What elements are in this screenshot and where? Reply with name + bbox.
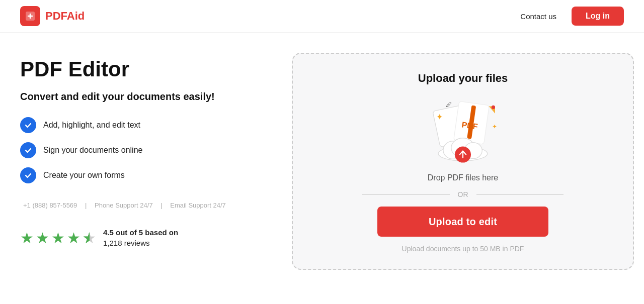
- main-content: PDF Editor Convert and edit your documen…: [0, 33, 644, 270]
- left-panel: PDF Editor Convert and edit your documen…: [20, 53, 262, 248]
- check-icon-3: [20, 167, 36, 183]
- svg-point-10: [492, 106, 495, 109]
- feature-text-3: Create your own forms: [43, 171, 125, 180]
- phone-support-label: Phone Support 24/7: [95, 201, 153, 209]
- hero-subtitle: Convert and edit your documents easily!: [20, 90, 262, 103]
- header-right: Contact us Log in: [520, 7, 624, 26]
- review-count: 1,218 reviews: [103, 239, 150, 247]
- svg-text:✦: ✦: [492, 124, 497, 130]
- support-info: +1 (888) 857-5569 | Phone Support 24/7 |…: [20, 201, 262, 209]
- logo-icon: [20, 6, 40, 26]
- star-1: ★: [20, 229, 34, 247]
- star-4: ★: [67, 229, 80, 247]
- upload-limit-text: Upload documents up to 50 MB in PDF: [402, 245, 524, 253]
- star-5-half: ★ ★: [83, 229, 96, 247]
- check-icon-1: [20, 117, 36, 133]
- or-line-right: [476, 194, 564, 195]
- svg-text:🖊: 🖊: [446, 101, 452, 108]
- star-rating: ★ ★ ★ ★ ★ ★: [20, 229, 96, 247]
- or-divider: OR: [362, 190, 564, 198]
- email-support-label: Email Support 24/7: [170, 201, 226, 209]
- login-button[interactable]: Log in: [572, 7, 624, 26]
- feature-item-2: Sign your documents online: [20, 142, 262, 158]
- logo[interactable]: PDFAid: [20, 6, 85, 26]
- upload-card[interactable]: Upload your files PDF ✦ ✦: [292, 53, 634, 270]
- header: PDFAid Contact us Log in: [0, 0, 644, 33]
- feature-item-1: Add, highlight, and edit text: [20, 117, 262, 133]
- sep1: |: [85, 201, 87, 209]
- svg-text:✦: ✦: [436, 113, 443, 121]
- rating-text: 4.5 out of 5 based on 1,218 reviews: [103, 227, 178, 248]
- feature-text-1: Add, highlight, and edit text: [43, 121, 140, 130]
- contact-link[interactable]: Contact us: [520, 12, 556, 21]
- or-label: OR: [458, 190, 468, 198]
- star-2: ★: [36, 229, 49, 247]
- upload-to-edit-button[interactable]: Upload to edit: [377, 207, 548, 237]
- feature-text-2: Sign your documents online: [43, 146, 142, 155]
- feature-list: Add, highlight, and edit text Sign your …: [20, 117, 262, 183]
- logo-text: PDFAid: [45, 10, 85, 23]
- support-phone: +1 (888) 857-5569: [23, 201, 77, 209]
- sep2: |: [160, 201, 162, 209]
- right-panel: Upload your files PDF ✦ ✦: [292, 53, 634, 270]
- star-3: ★: [51, 229, 65, 247]
- page-title: PDF Editor: [20, 58, 262, 81]
- rating-row: ★ ★ ★ ★ ★ ★ 4.5 out of 5 based on 1,218 …: [20, 227, 262, 248]
- drop-zone-text: Drop PDF files here: [428, 173, 499, 182]
- or-line-left: [362, 194, 450, 195]
- check-icon-2: [20, 142, 36, 158]
- rating-score: 4.5 out of 5 based on: [103, 227, 178, 238]
- feature-item-3: Create your own forms: [20, 167, 262, 183]
- upload-title: Upload your files: [418, 72, 508, 85]
- upload-illustration: PDF ✦ ✦ 🖊: [423, 95, 503, 165]
